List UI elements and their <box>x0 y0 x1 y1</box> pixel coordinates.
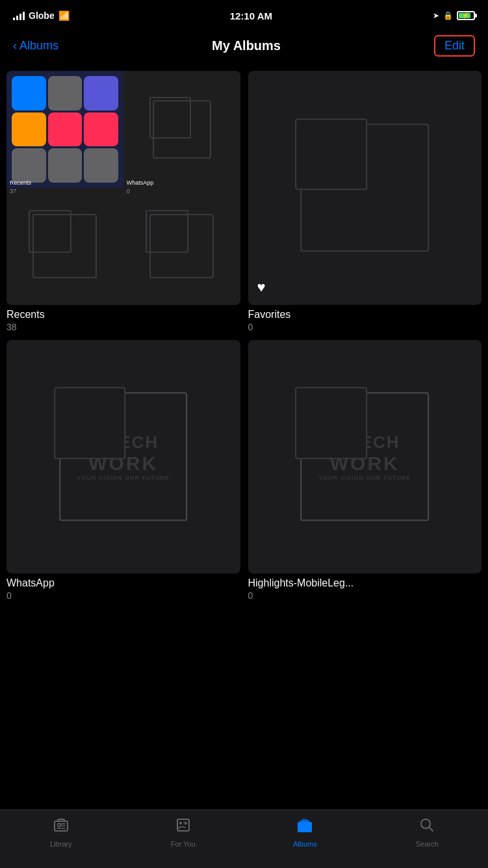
edit-button[interactable]: Edit <box>434 35 475 57</box>
album-name-recents: Recents <box>6 309 240 321</box>
album-thumbnail-recents: Recents 37 WhatsApp 0 <box>6 71 240 305</box>
album-name-whatsapp: WhatsApp <box>6 577 240 589</box>
recents-cell-count-1: 37 <box>10 188 16 194</box>
back-button[interactable]: ‹ Albums <box>13 39 58 53</box>
battery-indicator: ⚡ <box>457 11 475 20</box>
tab-albums[interactable]: Albums <box>244 817 366 848</box>
albums-grid: Recents 37 WhatsApp 0 <box>6 64 482 607</box>
wifi-icon: 📶 <box>58 10 70 21</box>
status-bar: Globe 📶 12:10 AM ➤ 🔒 ⚡ <box>0 0 488 29</box>
tab-albums-label: Albums <box>293 840 317 848</box>
album-count-whatsapp: 0 <box>6 590 240 601</box>
svg-rect-2 <box>177 819 189 831</box>
tab-search[interactable]: Search <box>366 817 488 848</box>
svg-rect-6 <box>302 819 307 821</box>
album-count-recents: 38 <box>6 322 240 332</box>
svg-rect-0 <box>55 821 68 831</box>
foryou-icon <box>175 817 192 837</box>
album-item-recents[interactable]: Recents 37 WhatsApp 0 <box>6 71 240 332</box>
album-item-favorites[interactable]: ♥ Favorites 0 <box>248 71 482 332</box>
library-icon <box>53 817 70 837</box>
page-title: My Albums <box>212 38 281 53</box>
recents-cell-label-1: Recents <box>10 179 31 186</box>
status-right: ➤ 🔒 ⚡ <box>433 11 475 20</box>
tab-library[interactable]: Library <box>0 817 122 848</box>
album-count-highlights: 0 <box>248 590 482 601</box>
album-thumbnail-favorites: ♥ <box>248 71 482 305</box>
album-count-favorites: 0 <box>248 322 482 332</box>
tab-search-label: Search <box>416 840 439 848</box>
album-name-highlights: Highlights-MobileLeg... <box>248 577 482 589</box>
tab-bar: Library For You Albums <box>0 809 488 868</box>
status-time: 12:10 AM <box>230 10 272 21</box>
album-name-favorites: Favorites <box>248 309 482 321</box>
tab-foryou[interactable]: For You <box>122 817 244 848</box>
album-thumbnail-whatsapp: HITECH WORK YOUR VISION OUR FUTURE <box>6 340 240 574</box>
back-label: Albums <box>19 39 58 53</box>
svg-rect-7 <box>299 823 311 830</box>
album-item-whatsapp[interactable]: HITECH WORK YOUR VISION OUR FUTURE Whats… <box>6 340 240 601</box>
tab-foryou-label: For You <box>171 840 196 848</box>
svg-point-3 <box>179 822 182 824</box>
albums-container: Recents 37 WhatsApp 0 <box>0 64 488 809</box>
nav-bar: ‹ Albums My Albums Edit <box>0 29 488 64</box>
album-item-highlights[interactable]: HITECH WORK YOUR VISION OUR FUTURE Highl… <box>248 340 482 601</box>
signal-bars-icon <box>13 11 25 20</box>
location-icon: ➤ <box>433 11 439 20</box>
svg-point-1 <box>57 824 60 827</box>
charging-icon: ⚡ <box>462 12 469 19</box>
status-left: Globe 📶 <box>13 10 70 21</box>
heart-icon: ♥ <box>257 279 266 296</box>
tab-library-label: Library <box>50 840 72 848</box>
recents-cell-label-2: WhatsApp <box>127 179 154 186</box>
carrier-label: Globe <box>29 10 55 21</box>
chevron-left-icon: ‹ <box>13 39 17 53</box>
lock-icon: 🔒 <box>443 11 453 20</box>
recents-cell-count-2: 0 <box>127 188 130 194</box>
search-icon <box>418 817 435 837</box>
albums-icon <box>296 817 313 837</box>
album-thumbnail-highlights: HITECH WORK YOUR VISION OUR FUTURE <box>248 340 482 574</box>
